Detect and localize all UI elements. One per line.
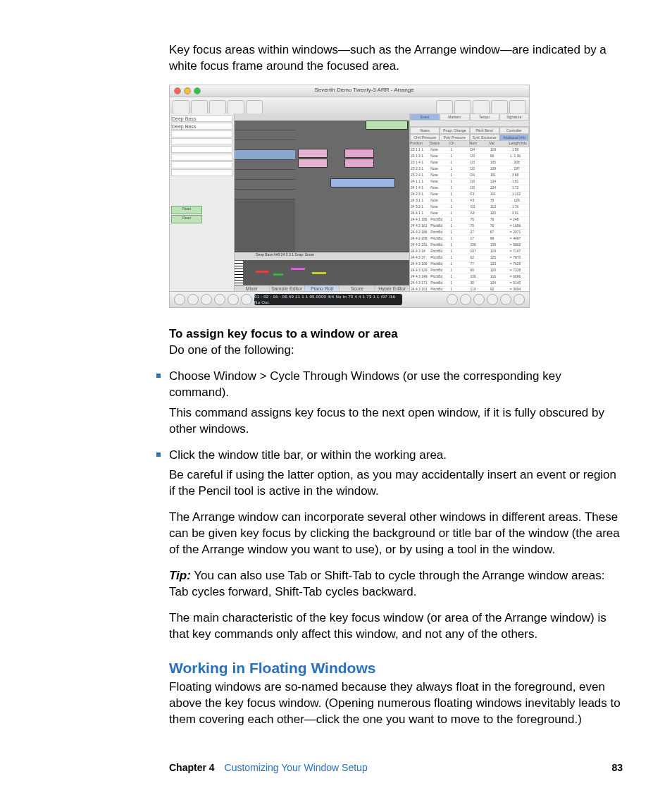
read-button: Read — [171, 215, 202, 223]
event-row: 24 3 3 1Note1G3113. 1 76 — [410, 204, 529, 211]
pause-icon — [228, 294, 239, 305]
event-row: 23 1 3 1Note1D3961. 1 36 — [410, 154, 529, 160]
event-row: 24 4 3 129PitchBd160120= 7228 — [410, 268, 529, 274]
rewind-icon — [174, 294, 185, 305]
event-row: 24 1 4 1Note1D3124. 1 72 — [410, 185, 529, 192]
event-row: 24 4 3 14PitchBd1107119= 7147 — [410, 249, 529, 255]
close-icon — [174, 87, 181, 94]
toolbar-button — [246, 100, 263, 114]
stop-icon — [201, 294, 212, 305]
play-icon — [214, 294, 225, 305]
record-icon — [241, 294, 252, 305]
tip-label: Tip: — [169, 569, 191, 582]
event-row: 24 4 3 149PitchBd1106116= 6696 — [410, 274, 529, 281]
section-paragraph: Floating windows are so-named because th… — [169, 679, 623, 728]
toolbar-button — [228, 100, 244, 114]
chapter-label: Chapter 4 — [169, 761, 215, 775]
zoom-icon — [194, 87, 201, 94]
event-columns: Position Status Ch Num Val Length/Info — [410, 141, 529, 147]
intro-paragraph: Key focus areas within windows—such as t… — [169, 42, 623, 75]
toolbar-button — [473, 100, 490, 114]
steps-list: Choose Window > Cycle Through Windows (o… — [156, 369, 623, 500]
minimize-icon — [184, 87, 191, 94]
read-button: Read — [171, 206, 202, 214]
body-paragraph: The Arrange window can incorporate sever… — [169, 510, 623, 558]
piano-roll: Deep Bass A#3 24 2 3 1 Snap: Smart Mixer… — [235, 252, 409, 293]
event-row: 24 4 1 186PitchBd17676= 248 — [410, 217, 529, 223]
event-row: 24 3 1 1Note1F375. . 129 — [410, 198, 529, 204]
event-list: Event Markers Tempo Signature Notes Prog… — [409, 113, 529, 293]
event-row: 24 2 3 1Note1F3111. 1 112 — [410, 192, 529, 198]
toolbar-button — [509, 100, 526, 114]
tip-text: You can also use Tab or Shift-Tab to cyc… — [169, 569, 604, 598]
region-area — [295, 121, 409, 252]
transport-bar: 01 : 02 : 16 : 09.49 11 1 1 05.0000 4/4 … — [170, 291, 529, 307]
window-title: Seventh Demo Twenty-3 ARR - Arrange — [204, 87, 525, 94]
event-row: 24 1 1 1Note1D3124. 1 81 — [410, 179, 529, 185]
bullet-sub: This command assigns key focus to the ne… — [169, 405, 623, 438]
event-row: 24 4 2 208PitchBd11799= 4497 — [410, 236, 529, 242]
bullet-sub: Be careful if using the latter option, a… — [169, 467, 623, 500]
event-row: 24 4 3 106PitchBd177123= 7629 — [410, 261, 529, 268]
bullet-main: Click the window title bar, or within th… — [169, 448, 447, 462]
event-row: 24 4 2 186PitchBd12787= 2971 — [410, 230, 529, 236]
event-row: 23 1 4 1Note1D3105. . 208 — [410, 160, 529, 166]
event-row: 24 4 2 161PitchBd17076= 1696 — [410, 223, 529, 230]
mac-titlebar: Seventh Demo Twenty-3 ARR - Arrange — [170, 85, 529, 97]
content-column: Key focus areas within windows—such as t… — [169, 42, 623, 728]
event-row: 24 4 3 171PitchBd130104= 5140 — [410, 281, 529, 287]
arrange-area: Deep Bass A#3 24 2 3 1 Snap: Smart Mixer… — [235, 113, 409, 293]
page: Key focus areas within windows—such as t… — [0, 0, 672, 807]
toolbar-button — [173, 100, 189, 114]
page-footer: Chapter 4 Customizing Your Window Setup … — [169, 761, 623, 775]
arrange-window-screenshot: Seventh Demo Twenty-3 ARR - Arrange Deep… — [169, 85, 530, 308]
toolbar-button — [436, 100, 453, 114]
event-row: 23 2 4 1Note1D4101. 3 68 — [410, 173, 529, 179]
section-heading: Working in Floating Windows — [169, 658, 623, 678]
list-item: Click the window title bar, or within th… — [156, 448, 623, 500]
event-row: 24 4 2 231PitchBd1106109= 5862 — [410, 242, 529, 249]
inspector-row: Deep Bass — [171, 123, 232, 130]
fast-forward-icon — [187, 294, 199, 305]
inspector-panel: Deep Bass Deep Bass Read Read — [170, 113, 235, 293]
event-row: 24 4 3 37PitchBd162125= 7870 — [410, 255, 529, 261]
page-number: 83 — [611, 761, 623, 775]
list-item: Choose Window > Cycle Through Windows (o… — [156, 369, 623, 438]
toolbar-button — [454, 100, 471, 114]
toolbar-button — [191, 100, 208, 114]
tip-paragraph: Tip: You can also use Tab or Shift-Tab t… — [169, 568, 623, 600]
task-intro: Do one of the following: — [169, 343, 623, 359]
task-heading: To assign key focus to a window or area — [169, 326, 623, 343]
body-paragraph: The main characteristic of the key focus… — [169, 610, 623, 643]
event-row: 23 2 3 1Note1D3109. . 197 — [410, 166, 529, 173]
toolbar-button — [209, 100, 226, 114]
chapter-title: Customizing Your Window Setup — [225, 761, 612, 775]
toolbar-button — [491, 100, 508, 114]
event-row: 24 4 1 1Note1A3120. 3 91 — [410, 211, 529, 217]
transport-lcd: 01 : 02 : 16 : 09.49 11 1 1 05.0000 4/4 … — [254, 294, 402, 305]
event-row: 23 1 1 1Note1D4119. 1 58 — [410, 147, 529, 154]
inspector-row: Deep Bass — [171, 115, 232, 122]
bullet-main: Choose Window > Cycle Through Windows (o… — [169, 369, 561, 399]
